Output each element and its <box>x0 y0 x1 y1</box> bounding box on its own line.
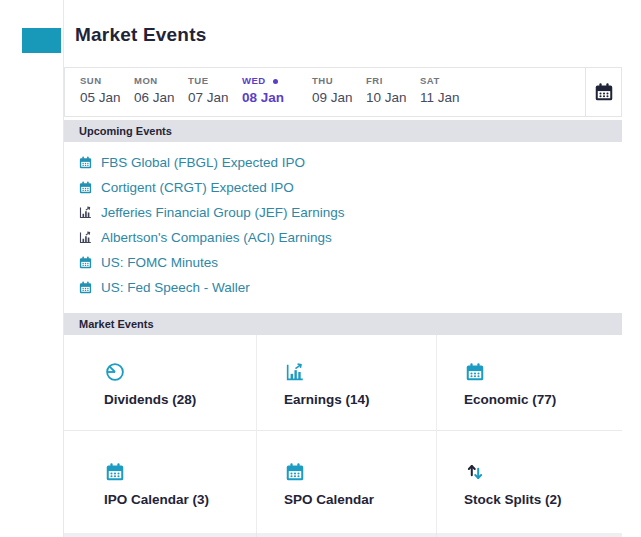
card-label: SPO Calendar <box>284 492 436 507</box>
event-link: Jefferies Financial Group (JEF) Earnings <box>101 205 345 221</box>
partial-next-section-bar <box>64 533 622 537</box>
calendar-icon <box>78 255 93 270</box>
day-date: 11 Jan <box>420 90 474 106</box>
day-cell-mon[interactable]: MON 06 Jan <box>134 68 188 116</box>
card-label: Dividends (28) <box>104 392 256 407</box>
calendar-icon <box>78 180 93 195</box>
card-label: IPO Calendar (3) <box>104 492 256 507</box>
calendar-icon <box>593 81 615 103</box>
event-link: FBS Global (FBGL) Expected IPO <box>101 155 305 171</box>
event-link: Albertson's Companies (ACI) Earnings <box>101 230 332 246</box>
weekday-label: WED <box>242 75 266 87</box>
market-events-card-grid: Dividends (28) Earnings (14) Economic (7… <box>64 335 622 537</box>
weekday-label: FRI <box>366 75 420 87</box>
section-header-label: Market Events <box>79 318 154 330</box>
calendar-icon <box>78 280 93 295</box>
calendar-icon <box>284 461 306 483</box>
day-cell-sat[interactable]: SAT 11 Jan <box>420 68 474 116</box>
calendar-icon <box>464 361 486 383</box>
card-label: Economic (77) <box>464 392 622 407</box>
day-date: 05 Jan <box>80 90 134 106</box>
event-link-row[interactable]: US: FOMC Minutes <box>78 250 622 275</box>
market-events-panel: Market Events SUN 05 Jan MON 06 Jan TUE … <box>64 0 622 537</box>
event-link-row[interactable]: Cortigent (CRGT) Expected IPO <box>78 175 622 200</box>
calendar-icon <box>104 461 126 483</box>
trending-bar-chart-icon <box>284 361 306 383</box>
day-cell-sun[interactable]: SUN 05 Jan <box>80 68 134 116</box>
day-date: 10 Jan <box>366 90 420 106</box>
upcoming-events-header: Upcoming Events <box>64 120 622 142</box>
calendar-icon <box>78 155 93 170</box>
bar-chart-icon <box>78 205 93 220</box>
day-cell-wed-selected[interactable]: WED 08 Jan <box>242 68 312 116</box>
bar-chart-icon <box>78 230 93 245</box>
earnings-card[interactable]: Earnings (14) <box>257 335 437 430</box>
economic-card[interactable]: Economic (77) <box>437 335 622 430</box>
event-link-row[interactable]: FBS Global (FBGL) Expected IPO <box>78 150 622 175</box>
upcoming-events-list: FBS Global (FBGL) Expected IPO Cortigent… <box>78 150 622 300</box>
event-link: US: FOMC Minutes <box>101 255 218 271</box>
up-down-arrows-icon <box>464 461 486 483</box>
dividends-card[interactable]: Dividends (28) <box>64 335 257 430</box>
day-date: 06 Jan <box>134 90 188 106</box>
card-label: Earnings (14) <box>284 392 436 407</box>
page-title: Market Events <box>75 24 206 46</box>
day-date: 07 Jan <box>188 90 242 106</box>
week-date-strip: SUN 05 Jan MON 06 Jan TUE 07 Jan WED 08 … <box>64 67 622 117</box>
stock-splits-card[interactable]: Stock Splits (2) <box>437 430 622 537</box>
event-link-row[interactable]: US: Fed Speech - Waller <box>78 275 622 300</box>
event-link-row[interactable]: Albertson's Companies (ACI) Earnings <box>78 225 622 250</box>
day-cell-thu[interactable]: THU 09 Jan <box>312 68 366 116</box>
ipo-calendar-card[interactable]: IPO Calendar (3) <box>64 430 257 537</box>
section-header-label: Upcoming Events <box>79 125 172 137</box>
weekday-label: THU <box>312 75 366 87</box>
day-cell-tue[interactable]: TUE 07 Jan <box>188 68 242 116</box>
event-link: Cortigent (CRGT) Expected IPO <box>101 180 294 196</box>
card-label: Stock Splits (2) <box>464 492 622 507</box>
event-link-row[interactable]: Jefferies Financial Group (JEF) Earnings <box>78 200 622 225</box>
pie-chart-icon <box>104 361 126 383</box>
weekday-label: TUE <box>188 75 242 87</box>
selected-day-dot-icon <box>273 79 278 84</box>
open-calendar-button[interactable] <box>585 68 621 116</box>
market-events-header: Market Events <box>64 313 622 335</box>
weekday-label: SAT <box>420 75 474 87</box>
event-link: US: Fed Speech - Waller <box>101 280 250 296</box>
day-cell-fri[interactable]: FRI 10 Jan <box>366 68 420 116</box>
weekday-label: MON <box>134 75 188 87</box>
day-date: 08 Jan <box>242 90 312 106</box>
accent-square <box>22 28 61 53</box>
weekday-label: SUN <box>80 75 134 87</box>
spo-calendar-card[interactable]: SPO Calendar <box>257 430 437 537</box>
day-date: 09 Jan <box>312 90 366 106</box>
